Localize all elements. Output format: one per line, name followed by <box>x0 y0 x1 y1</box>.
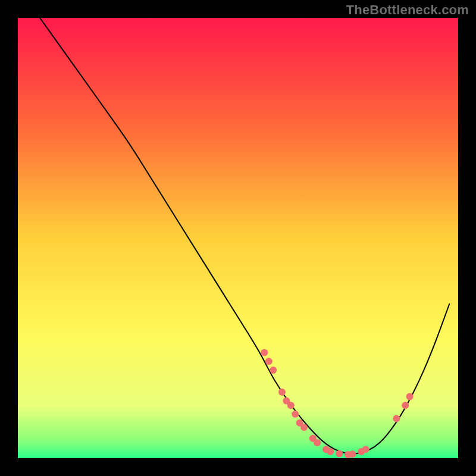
data-marker <box>278 389 286 396</box>
data-marker <box>362 446 369 453</box>
data-marker <box>349 450 356 458</box>
data-marker <box>270 367 277 374</box>
data-marker <box>406 393 414 400</box>
data-marker <box>327 448 334 455</box>
data-marker <box>336 450 343 458</box>
data-marker <box>265 358 273 365</box>
plot-background <box>18 18 458 458</box>
data-marker <box>314 439 321 446</box>
watermark-label: TheBottleneck.com <box>346 2 469 18</box>
bottleneck-chart <box>0 0 476 476</box>
data-marker <box>402 402 409 409</box>
data-marker <box>287 402 295 409</box>
chart-frame: TheBottleneck.com <box>0 0 476 476</box>
data-marker <box>261 349 268 356</box>
data-marker <box>300 424 308 431</box>
data-marker <box>393 415 400 422</box>
data-marker <box>292 411 299 418</box>
